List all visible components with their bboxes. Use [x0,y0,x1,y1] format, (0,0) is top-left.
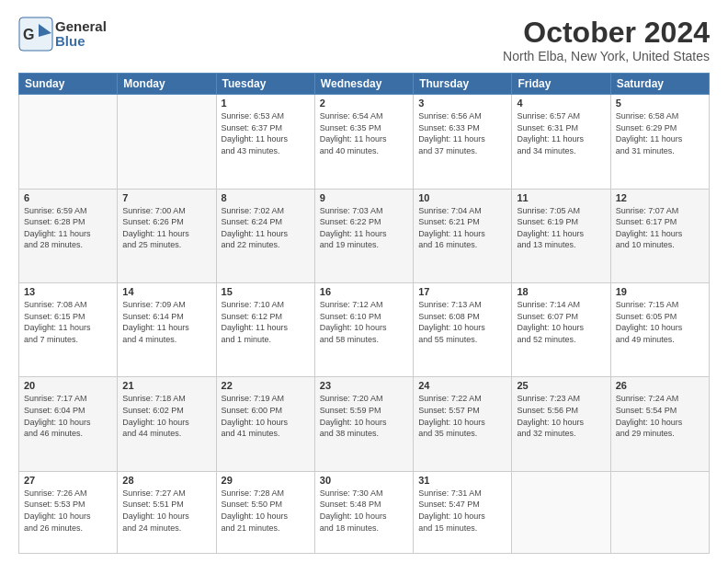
day-number: 22 [222,380,310,391]
month-title: October 2024 [503,17,710,49]
day-number: 21 [122,380,210,391]
table-row: 1Sunrise: 6:53 AM Sunset: 6:37 PM Daylig… [216,95,314,189]
col-friday: Friday [512,74,610,95]
calendar-week-row: 1Sunrise: 6:53 AM Sunset: 6:37 PM Daylig… [19,95,710,189]
calendar-week-row: 6Sunrise: 6:59 AM Sunset: 6:28 PM Daylig… [19,189,710,282]
table-row: 13Sunrise: 7:08 AM Sunset: 6:15 PM Dayli… [19,283,118,377]
table-row: 14Sunrise: 7:09 AM Sunset: 6:14 PM Dayli… [118,283,216,377]
day-number: 15 [222,286,310,297]
location: North Elba, New York, United States [503,49,710,63]
table-row: 21Sunrise: 7:18 AM Sunset: 6:02 PM Dayli… [118,377,216,471]
day-info: Sunrise: 6:54 AM Sunset: 6:35 PM Dayligh… [320,110,408,156]
day-number: 27 [24,475,112,486]
day-info: Sunrise: 7:14 AM Sunset: 6:07 PM Dayligh… [517,299,605,345]
day-info: Sunrise: 7:08 AM Sunset: 6:15 PM Dayligh… [24,299,112,345]
day-info: Sunrise: 7:26 AM Sunset: 5:53 PM Dayligh… [24,488,112,534]
table-row: 11Sunrise: 7:05 AM Sunset: 6:19 PM Dayli… [512,189,610,282]
col-monday: Monday [118,74,216,95]
day-info: Sunrise: 7:27 AM Sunset: 5:51 PM Dayligh… [122,488,210,534]
logo: G General Blue [18,17,107,52]
day-info: Sunrise: 7:02 AM Sunset: 6:24 PM Dayligh… [222,205,310,251]
table-row: 9Sunrise: 7:03 AM Sunset: 6:22 PM Daylig… [314,189,413,282]
table-row: 2Sunrise: 6:54 AM Sunset: 6:35 PM Daylig… [314,95,413,189]
day-number: 8 [222,192,310,203]
calendar-week-row: 13Sunrise: 7:08 AM Sunset: 6:15 PM Dayli… [19,283,710,377]
day-info: Sunrise: 7:03 AM Sunset: 6:22 PM Dayligh… [320,205,408,251]
table-row: 12Sunrise: 7:07 AM Sunset: 6:17 PM Dayli… [610,189,709,282]
header: G General Blue October 2024 North Elba, … [18,17,710,63]
day-info: Sunrise: 6:57 AM Sunset: 6:31 PM Dayligh… [517,110,605,156]
day-info: Sunrise: 7:22 AM Sunset: 5:57 PM Dayligh… [418,393,506,439]
day-number: 19 [616,286,704,297]
table-row: 28Sunrise: 7:27 AM Sunset: 5:51 PM Dayli… [118,471,216,553]
day-info: Sunrise: 7:20 AM Sunset: 5:59 PM Dayligh… [320,393,408,439]
table-row: 20Sunrise: 7:17 AM Sunset: 6:04 PM Dayli… [19,377,118,471]
day-info: Sunrise: 7:07 AM Sunset: 6:17 PM Dayligh… [616,205,704,251]
table-row: 3Sunrise: 6:56 AM Sunset: 6:33 PM Daylig… [414,95,512,189]
table-row: 10Sunrise: 7:04 AM Sunset: 6:21 PM Dayli… [414,189,512,282]
day-info: Sunrise: 7:28 AM Sunset: 5:50 PM Dayligh… [222,488,310,534]
day-info: Sunrise: 7:15 AM Sunset: 6:05 PM Dayligh… [616,299,704,345]
day-number: 14 [122,286,210,297]
day-info: Sunrise: 7:10 AM Sunset: 6:12 PM Dayligh… [222,299,310,345]
table-row: 25Sunrise: 7:23 AM Sunset: 5:56 PM Dayli… [512,377,610,471]
day-number: 6 [24,192,112,203]
table-row: 29Sunrise: 7:28 AM Sunset: 5:50 PM Dayli… [216,471,314,553]
svg-text:G: G [23,27,34,42]
day-info: Sunrise: 7:23 AM Sunset: 5:56 PM Dayligh… [517,393,605,439]
day-info: Sunrise: 7:19 AM Sunset: 6:00 PM Dayligh… [222,393,310,439]
table-row: 7Sunrise: 7:00 AM Sunset: 6:26 PM Daylig… [118,189,216,282]
day-number: 5 [616,98,704,109]
day-number: 25 [517,380,605,391]
day-info: Sunrise: 7:24 AM Sunset: 5:54 PM Dayligh… [616,393,704,439]
day-number: 7 [122,192,210,203]
day-info: Sunrise: 7:00 AM Sunset: 6:26 PM Dayligh… [122,205,210,251]
day-info: Sunrise: 6:58 AM Sunset: 6:29 PM Dayligh… [616,110,704,156]
day-info: Sunrise: 7:12 AM Sunset: 6:10 PM Dayligh… [320,299,408,345]
day-info: Sunrise: 6:53 AM Sunset: 6:37 PM Dayligh… [222,110,310,156]
table-row: 17Sunrise: 7:13 AM Sunset: 6:08 PM Dayli… [414,283,512,377]
table-row: 27Sunrise: 7:26 AM Sunset: 5:53 PM Dayli… [19,471,118,553]
day-info: Sunrise: 7:17 AM Sunset: 6:04 PM Dayligh… [24,393,112,439]
day-number: 26 [616,380,704,391]
table-row: 8Sunrise: 7:02 AM Sunset: 6:24 PM Daylig… [216,189,314,282]
table-row: 15Sunrise: 7:10 AM Sunset: 6:12 PM Dayli… [216,283,314,377]
table-row: 16Sunrise: 7:12 AM Sunset: 6:10 PM Dayli… [314,283,413,377]
table-row: 31Sunrise: 7:31 AM Sunset: 5:47 PM Dayli… [414,471,512,553]
day-number: 10 [418,192,506,203]
day-number: 9 [320,192,408,203]
day-info: Sunrise: 7:13 AM Sunset: 6:08 PM Dayligh… [418,299,506,345]
day-number: 2 [320,98,408,109]
day-number: 11 [517,192,605,203]
day-info: Sunrise: 7:30 AM Sunset: 5:48 PM Dayligh… [320,488,408,534]
day-number: 17 [418,286,506,297]
logo-icon: G [18,17,53,52]
day-number: 1 [222,98,310,109]
col-sunday: Sunday [19,74,118,95]
table-row: 23Sunrise: 7:20 AM Sunset: 5:59 PM Dayli… [314,377,413,471]
day-info: Sunrise: 7:18 AM Sunset: 6:02 PM Dayligh… [122,393,210,439]
calendar-week-row: 27Sunrise: 7:26 AM Sunset: 5:53 PM Dayli… [19,471,710,553]
table-row: 18Sunrise: 7:14 AM Sunset: 6:07 PM Dayli… [512,283,610,377]
logo-general: General [55,19,107,35]
day-info: Sunrise: 7:05 AM Sunset: 6:19 PM Dayligh… [517,205,605,251]
table-row: 26Sunrise: 7:24 AM Sunset: 5:54 PM Dayli… [610,377,709,471]
day-info: Sunrise: 7:31 AM Sunset: 5:47 PM Dayligh… [418,488,506,534]
calendar-header-row: Sunday Monday Tuesday Wednesday Thursday… [19,74,710,95]
calendar-table: Sunday Monday Tuesday Wednesday Thursday… [18,73,710,554]
day-info: Sunrise: 6:59 AM Sunset: 6:28 PM Dayligh… [24,205,112,251]
table-row [19,95,118,189]
day-number: 24 [418,380,506,391]
day-number: 28 [122,475,210,486]
day-number: 4 [517,98,605,109]
day-number: 23 [320,380,408,391]
col-saturday: Saturday [610,74,709,95]
day-number: 31 [418,475,506,486]
logo-blue: Blue [55,34,107,50]
day-number: 30 [320,475,408,486]
page: G General Blue October 2024 North Elba, … [0,0,728,563]
table-row: 22Sunrise: 7:19 AM Sunset: 6:00 PM Dayli… [216,377,314,471]
day-number: 18 [517,286,605,297]
day-number: 20 [24,380,112,391]
day-number: 13 [24,286,112,297]
